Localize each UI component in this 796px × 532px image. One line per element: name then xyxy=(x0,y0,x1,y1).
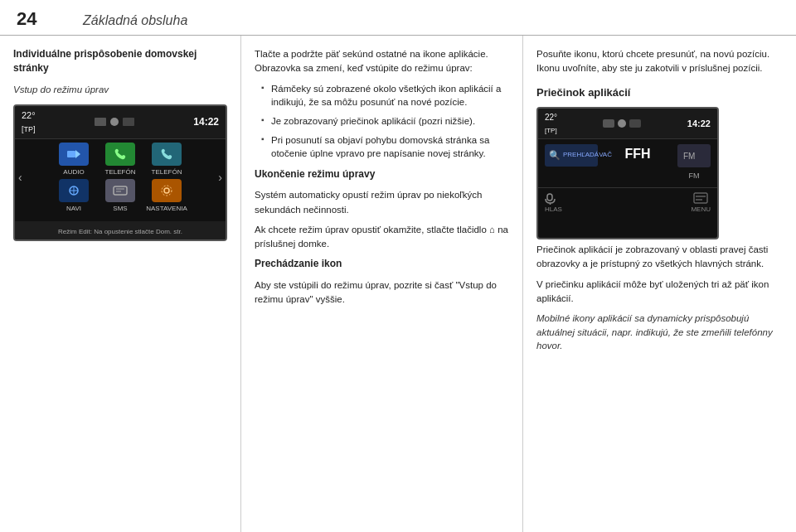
s2-icon-3 xyxy=(629,119,641,128)
telefon2-label: TELEFÓN xyxy=(152,167,182,177)
svg-marker-1 xyxy=(75,150,80,158)
content-area: Individuálne prispôsobenie domovskej str… xyxy=(0,36,796,532)
screen-left-arrow: ‹ xyxy=(18,168,22,186)
s2-icon-2 xyxy=(618,119,626,128)
hlas-button[interactable]: HLAS xyxy=(545,191,562,215)
below-screen-text1: Priečinok aplikácií je zobrazovaný v obl… xyxy=(536,243,783,272)
sms-label: SMS xyxy=(113,204,127,214)
screen-icon-1 xyxy=(95,118,106,126)
italic-text: Mobilné ikony aplikácií sa dynamicky pri… xyxy=(536,312,783,353)
screen2-temperature: 22°[TP] xyxy=(545,111,557,136)
left-column: Individuálne prispôsobenie domovskej str… xyxy=(0,36,241,532)
app-icon-nastavenia[interactable]: NASTAVENIA xyxy=(144,179,189,214)
screen2-body: 🔍 PREHĽADÁVAČ FFH FM FM xyxy=(538,139,717,187)
telefon1-icon-img xyxy=(105,143,135,166)
screen2-bottom-bar: HLAS MENU xyxy=(538,187,717,218)
right-column: Posuňte ikonu, ktorú chcete presunúť, na… xyxy=(523,36,796,532)
below-screen-text2: V priečinku aplikácií môže byť uložených… xyxy=(536,278,783,307)
menu-label: MENU xyxy=(691,205,711,215)
app-icon-sms[interactable]: SMS xyxy=(98,179,143,214)
svg-text:FM: FM xyxy=(683,152,695,161)
mid-intro: Tlačte a podržte päť sekúnd ostatné na i… xyxy=(255,47,509,76)
screen2-topbar: 22°[TP] 14:22 xyxy=(538,109,717,139)
page-header: 24 Základná obsluha xyxy=(0,0,796,36)
bullet-item-3: Pri posunutí sa objaví pohybu domovská s… xyxy=(261,133,509,161)
app-icon-audio[interactable]: AUDIO xyxy=(51,143,96,177)
second-screen: 22°[TP] 14:22 🔍 PREHĽADÁVAČ xyxy=(536,107,719,239)
infotainment-screen: 22°[TP] 14:22 ‹ xyxy=(13,104,227,241)
navi-icon-img xyxy=(59,179,89,202)
screen-top-bar: 22°[TP] 14:22 xyxy=(15,106,226,139)
audio-icon-img xyxy=(59,143,89,166)
navi-label: NAVI xyxy=(66,204,81,214)
screen-right-arrow: › xyxy=(218,168,222,186)
ukoncenie-heading: Ukončenie režimu úpravy xyxy=(255,167,509,181)
mid-column: Tlačte a podržte päť sekúnd ostatné na i… xyxy=(241,36,523,532)
prehladavac-btn[interactable]: 🔍 PREHĽADÁVAČ xyxy=(545,144,598,167)
nastavenia-icon-img xyxy=(152,179,182,202)
svg-rect-5 xyxy=(114,186,127,195)
bullet-item-2: Je zobrazovaný priečinok aplikácií (pozr… xyxy=(261,114,509,128)
right-intro: Posuňte ikonu, ktorú chcete presunúť, na… xyxy=(536,47,783,76)
screen-time: 14:22 xyxy=(193,114,219,129)
screen-icon-3 xyxy=(123,118,134,126)
screen-temperature: 22°[TP] xyxy=(22,109,36,136)
app-icon-telefon1[interactable]: TELEFÓN xyxy=(98,143,143,177)
svg-rect-0 xyxy=(67,151,75,157)
page-number: 24 xyxy=(17,8,50,30)
page: 24 Základná obsluha Individuálne prispôs… xyxy=(0,0,796,532)
bullet-item-1: Rámčeky sú zobrazené okolo všetkých ikon… xyxy=(261,82,509,109)
telefon2-icon-img xyxy=(152,143,182,166)
screen2-time: 14:22 xyxy=(687,117,711,131)
screen2-right: FM FM xyxy=(677,144,711,182)
screen-edit-caption: Režim Edit: Na opustenie stlačte Dom. st… xyxy=(58,228,182,235)
app-icon-navi[interactable]: NAVI xyxy=(51,179,96,214)
left-heading: Individuálne prispôsobenie domovskej str… xyxy=(13,47,227,76)
app-icon-telefon2[interactable]: TELEFÓN xyxy=(144,143,189,177)
priecinok-heading: Priečinok aplikácií xyxy=(536,85,783,101)
prechod-text: Aby ste vstúpili do režimu úprav, pozrit… xyxy=(255,278,509,307)
s2-icon-1 xyxy=(603,119,614,128)
telefon1-label: TELEFÓN xyxy=(105,167,136,177)
prechod-heading: Prechádzanie ikon xyxy=(255,257,509,271)
ukoncenie-text: Systém automaticky opustí režim úprav po… xyxy=(255,188,509,217)
hlas-label: HLAS xyxy=(545,205,562,215)
chapter-title: Základná obsluha xyxy=(83,13,187,28)
audio-label: AUDIO xyxy=(63,167,84,177)
svg-point-9 xyxy=(162,186,172,196)
ffh-text: FFH xyxy=(624,144,650,164)
screen2-left-buttons: 🔍 PREHĽADÁVAČ xyxy=(545,144,598,167)
svg-point-8 xyxy=(164,188,169,193)
screen2-center: FFH xyxy=(604,144,671,164)
left-subheading: Vstup do režimu úprav xyxy=(13,83,227,96)
svg-rect-11 xyxy=(547,194,552,201)
svg-rect-13 xyxy=(694,193,707,203)
fm-button[interactable]: FM xyxy=(677,144,711,167)
mid-bullet-list: Rámčeky sú zobrazené okolo všetkých ikon… xyxy=(261,82,509,161)
opustenie-text: Ak chcete režim úprav opustiť okamžite, … xyxy=(255,223,509,252)
sms-icon-img xyxy=(105,179,135,202)
screen-icon-2 xyxy=(110,118,119,126)
nastavenia-label: NASTAVENIA xyxy=(146,204,187,214)
menu-button[interactable]: MENU xyxy=(691,191,711,215)
fm-label: FM xyxy=(689,171,700,182)
